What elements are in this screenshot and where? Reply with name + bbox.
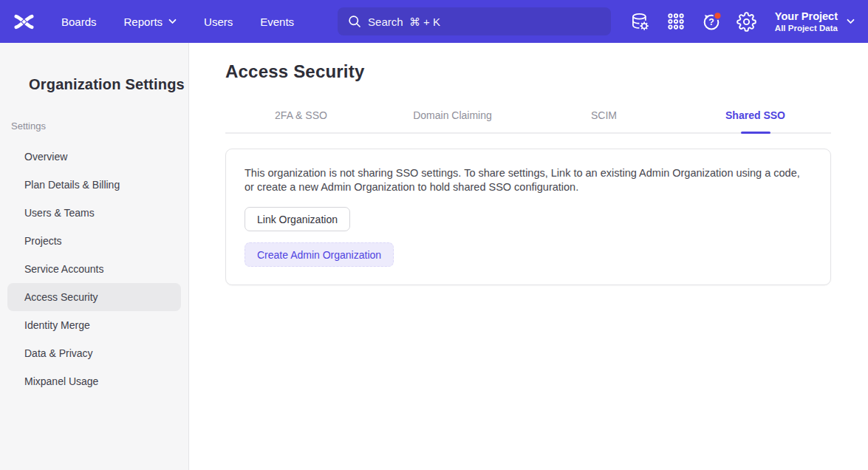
sidebar-item-label: Plan Details & Billing	[24, 179, 120, 191]
shared-sso-description: This organization is not sharing SSO set…	[245, 166, 807, 194]
page-shell: Organization Settings Settings Overview …	[0, 43, 868, 470]
project-selector[interactable]: Your Project All Project Data	[775, 10, 855, 34]
link-organization-row: Link Organization	[245, 194, 812, 231]
nav-item-reports[interactable]: Reports	[124, 16, 177, 28]
sidebar-item-label: Users & Teams	[24, 207, 95, 219]
help-compass-icon: ?	[701, 11, 722, 32]
sidebar-item-access-security[interactable]: Access Security	[7, 283, 181, 311]
apps-grid-icon	[666, 12, 686, 31]
sidebar-item-label: Overview	[24, 151, 67, 163]
nav-item-reports-label: Reports	[124, 16, 163, 28]
project-name: Your Project	[775, 10, 838, 23]
tab-label: Domain Claiming	[413, 109, 492, 121]
nav-item-events[interactable]: Events	[260, 16, 294, 28]
chevron-down-icon	[847, 18, 855, 24]
settings-sidebar: Organization Settings Settings Overview …	[0, 43, 189, 470]
search-input[interactable]	[338, 7, 611, 35]
sidebar-item-service-accounts[interactable]: Service Accounts	[7, 255, 181, 283]
project-selector-labels: Your Project All Project Data	[775, 10, 838, 34]
sidebar-item-projects[interactable]: Projects	[7, 227, 181, 255]
search-icon	[347, 14, 362, 29]
database-gear-icon	[630, 12, 650, 32]
sidebar-item-label: Data & Privacy	[24, 347, 93, 359]
nav-item-events-label: Events	[260, 16, 294, 28]
sidebar-title: Organization Settings	[29, 76, 188, 93]
tab-scim[interactable]: SCIM	[528, 109, 680, 132]
apps-grid-button[interactable]	[666, 11, 686, 32]
tab-shared-sso[interactable]: Shared SSO	[680, 109, 831, 132]
sidebar-item-label: Service Accounts	[24, 263, 103, 275]
tab-label: Shared SSO	[725, 109, 785, 121]
create-admin-organization-row: Create Admin Organization	[245, 231, 812, 267]
tab-label: SCIM	[591, 109, 617, 121]
sidebar-item-identity-merge[interactable]: Identity Merge	[7, 311, 181, 339]
notification-badge	[714, 12, 721, 19]
sidebar-item-label: Access Security	[24, 291, 98, 303]
project-scope: All Project Data	[775, 23, 838, 33]
mixpanel-logo[interactable]	[12, 10, 35, 33]
tab-label: 2FA & SSO	[275, 109, 327, 121]
sidebar-item-plan-details-billing[interactable]: Plan Details & Billing	[7, 171, 181, 199]
sidebar-section-label: Settings	[11, 120, 188, 132]
nav-right-controls: ? Your Project All Project Data	[630, 10, 855, 34]
access-security-tabs: 2FA & SSO Domain Claiming SCIM Shared SS…	[225, 109, 831, 134]
create-admin-organization-button[interactable]: Create Admin Organization	[245, 242, 394, 267]
sidebar-item-mixpanel-usage[interactable]: Mixpanel Usage	[7, 367, 181, 395]
shared-sso-card: This organization is not sharing SSO set…	[225, 149, 831, 285]
nav-item-users[interactable]: Users	[204, 16, 233, 28]
page-title: Access Security	[225, 61, 831, 82]
sidebar-item-data-privacy[interactable]: Data & Privacy	[7, 339, 181, 367]
chevron-down-icon	[168, 18, 177, 24]
sidebar-item-label: Mixpanel Usage	[24, 375, 98, 387]
tab-domain-claiming[interactable]: Domain Claiming	[377, 109, 528, 132]
link-organization-button[interactable]: Link Organization	[245, 207, 350, 231]
sidebar-item-label: Identity Merge	[24, 319, 90, 331]
primary-nav: Boards Reports Users Events	[61, 16, 294, 28]
data-management-button[interactable]	[630, 11, 651, 32]
top-navigation-bar: Boards Reports Users Events	[0, 0, 868, 43]
svg-text:?: ?	[708, 17, 714, 27]
mixpanel-x-icon	[14, 12, 34, 32]
nav-item-boards[interactable]: Boards	[61, 16, 97, 28]
nav-item-users-label: Users	[204, 16, 233, 28]
tab-2fa-sso[interactable]: 2FA & SSO	[225, 109, 377, 132]
help-button[interactable]: ?	[701, 11, 722, 32]
settings-button[interactable]	[737, 11, 757, 32]
sidebar-item-overview[interactable]: Overview	[7, 143, 181, 171]
gear-icon	[737, 12, 756, 32]
sidebar-item-users-teams[interactable]: Users & Teams	[7, 199, 181, 227]
main-content: Access Security 2FA & SSO Domain Claimin…	[189, 43, 868, 470]
nav-item-boards-label: Boards	[61, 16, 97, 28]
sidebar-item-label: Projects	[24, 235, 62, 247]
global-search	[338, 7, 611, 35]
